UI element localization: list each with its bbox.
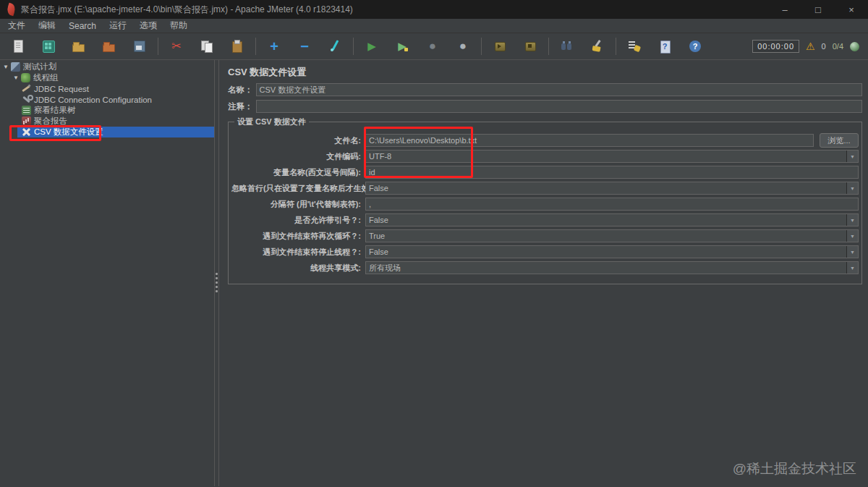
chevron-down-icon[interactable]: ▼ — [846, 214, 858, 226]
tree-item-jdbc-request[interactable]: JDBC Request — [0, 83, 214, 94]
function-helper-button[interactable] — [655, 36, 675, 56]
chevron-down-icon[interactable]: ▼ — [846, 246, 858, 258]
recycle-on-eof-select[interactable]: True ▼ — [365, 229, 859, 242]
menu-options[interactable]: 选项 — [133, 18, 163, 33]
cut-button[interactable] — [166, 36, 187, 56]
variable-names-input[interactable]: id — [365, 166, 859, 179]
tree-item-jdbc-connection-configuration[interactable]: JDBC Connection Configuration — [0, 94, 214, 105]
csv-settings-group: 设置 CSV 数据文件 文件名: C:\Users\Lenovo\Desktop… — [228, 117, 862, 284]
chevron-down-icon[interactable]: ▼ — [846, 262, 858, 274]
new-file-button[interactable] — [8, 36, 28, 56]
minimize-button[interactable]: – — [768, 0, 801, 19]
allow-quoted-data-row: 是否允许带引号？: False ▼ — [231, 213, 859, 227]
group-title: 设置 CSV 数据文件 — [234, 117, 309, 127]
name-label: 名称： — [228, 85, 253, 96]
recycle-on-eof-row: 遇到文件结束符再次循环？: True ▼ — [231, 229, 859, 243]
add-button[interactable] — [264, 36, 284, 56]
tree-item-view-results-tree[interactable]: 察看结果树 — [0, 105, 214, 116]
recycle-on-eof-value: True — [366, 232, 846, 240]
menu-run[interactable]: 运行 — [103, 18, 133, 33]
warning-icon[interactable]: ⚠ — [806, 41, 815, 51]
ignore-first-line-label: 忽略首行(只在设置了变量名称后才生效): — [231, 183, 365, 194]
window-title: 聚合报告.jmx (E:\apache-jmeter-4.0\bin\聚合报告.… — [21, 4, 353, 16]
expander-icon[interactable]: ▼ — [13, 72, 21, 83]
toolbar-separator — [255, 38, 256, 55]
new-file-icon — [11, 39, 25, 54]
paste-button[interactable] — [227, 36, 247, 56]
name-input[interactable]: CSV 数据文件设置 — [256, 83, 863, 96]
templates-button[interactable] — [38, 36, 59, 56]
menu-file[interactable]: 文件 — [1, 18, 32, 33]
clear-icon — [590, 39, 605, 54]
remote-shutdown-all-button[interactable] — [520, 36, 540, 56]
start-icon — [365, 39, 379, 54]
menu-edit[interactable]: 编辑 — [32, 18, 62, 33]
stop-thread-on-eof-select[interactable]: False ▼ — [365, 245, 859, 258]
remove-button[interactable] — [294, 36, 315, 56]
comment-label: 注释： — [228, 101, 253, 112]
active-threads-count: 0/4 — [833, 42, 843, 51]
toggle-button[interactable] — [325, 36, 345, 56]
chevron-down-icon[interactable]: ▼ — [846, 151, 858, 162]
browse-button[interactable]: 浏览... — [820, 133, 859, 148]
stop-icon — [425, 39, 440, 54]
remote-start-all-button[interactable] — [490, 36, 510, 56]
sharing-mode-select[interactable]: 所有现场 ▼ — [365, 261, 859, 274]
name-row: 名称： CSV 数据文件设置 — [228, 83, 862, 96]
tree-item-thread-group[interactable]: ▼ 线程组 — [0, 72, 214, 83]
allow-quoted-data-select[interactable]: False ▼ — [365, 213, 859, 226]
copy-button[interactable] — [197, 36, 217, 56]
warning-count: 0 — [822, 42, 826, 51]
divider-grip-icon — [216, 273, 218, 292]
stop-thread-on-eof-row: 遇到文件结束符停止线程？: False ▼ — [231, 245, 859, 259]
tree-item-label: 聚合报告 — [34, 116, 67, 127]
thread-group-icon — [21, 73, 30, 82]
variable-names-row: 变量名称(西文逗号间隔): id — [231, 165, 859, 179]
toolbar-separator — [548, 38, 549, 55]
clear-button[interactable] — [587, 36, 608, 56]
chevron-down-icon[interactable]: ▼ — [846, 230, 858, 242]
sharing-mode-row: 线程共享模式: 所有现场 ▼ — [231, 261, 859, 275]
test-plan-tree: ▼ 测试计划 ▼ 线程组 JDBC Request JDBC Connectio… — [0, 60, 214, 486]
expander-icon[interactable]: ▼ — [3, 62, 11, 72]
tree-item-aggregate-report[interactable]: 聚合报告 — [0, 116, 214, 127]
test-plan-icon — [11, 62, 20, 72]
recycle-on-eof-label: 遇到文件结束符再次循环？: — [231, 231, 365, 242]
start-button[interactable] — [362, 36, 382, 56]
stop-button[interactable] — [422, 36, 443, 56]
allow-quoted-data-value: False — [366, 216, 846, 224]
menu-search[interactable]: Search — [62, 20, 103, 33]
toolbar: 00:00:00 ⚠ 0 0/4 — [0, 33, 868, 60]
aggregate-report-icon — [22, 117, 31, 126]
test-state-led-icon — [850, 42, 859, 51]
ignore-first-line-select[interactable]: False ▼ — [365, 182, 859, 195]
tree-item-label: JDBC Request — [34, 85, 89, 93]
toolbar-separator — [481, 38, 482, 55]
function-helper-icon — [658, 39, 672, 54]
remote-shutdown-all-icon — [523, 39, 537, 54]
start-no-timers-button[interactable] — [392, 36, 412, 56]
chevron-down-icon[interactable]: ▼ — [846, 182, 858, 194]
filename-input[interactable]: C:\Users\Lenovo\Desktop\b.txt — [365, 134, 814, 147]
close-file-button[interactable] — [99, 36, 119, 56]
clear-all-button[interactable] — [624, 36, 644, 56]
tree-item-label: JDBC Connection Configuration — [34, 96, 152, 104]
file-encoding-select[interactable]: UTF-8 ▼ — [365, 150, 859, 163]
paste-icon — [230, 39, 244, 54]
tree-item-csv-data-set-config[interactable]: CSV 数据文件设置 — [0, 127, 214, 137]
templates-icon — [41, 39, 56, 54]
close-button[interactable]: × — [835, 0, 868, 19]
delimiter-input[interactable]: , — [365, 198, 859, 211]
menu-help[interactable]: 帮助 — [163, 18, 194, 33]
comment-input[interactable] — [256, 100, 863, 113]
save-button[interactable] — [129, 36, 150, 56]
search-button[interactable] — [557, 36, 577, 56]
help-button[interactable] — [685, 36, 705, 56]
shutdown-button[interactable] — [453, 36, 473, 56]
tree-item-test-plan[interactable]: ▼ 测试计划 — [0, 62, 214, 72]
open-file-button[interactable] — [69, 36, 89, 56]
maximize-button[interactable]: □ — [801, 0, 835, 19]
split-divider[interactable] — [214, 60, 219, 486]
panel-title: CSV 数据文件设置 — [228, 66, 862, 77]
ignore-first-line-row: 忽略首行(只在设置了变量名称后才生效): False ▼ — [231, 181, 859, 195]
